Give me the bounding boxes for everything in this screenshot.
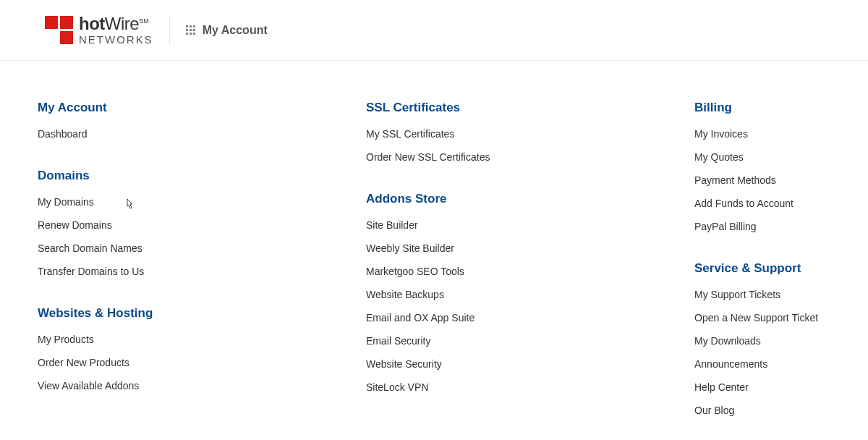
column-3: Billing My Invoices My Quotes Payment Me… xyxy=(694,101,839,440)
link-my-domains[interactable]: My Domains xyxy=(38,196,352,208)
link-my-invoices[interactable]: My Invoices xyxy=(694,128,839,140)
apps-grid-icon xyxy=(186,25,195,35)
section-ssl: SSL Certificates My SSL Certificates Ord… xyxy=(366,101,680,163)
link-my-downloads[interactable]: My Downloads xyxy=(694,335,839,347)
nav-label: My Account xyxy=(203,24,268,37)
link-open-support-ticket[interactable]: Open a New Support Ticket xyxy=(694,312,839,323)
link-view-addons[interactable]: View Available Addons xyxy=(38,380,352,392)
section-addons-store: Addons Store Site Builder Weebly Site Bu… xyxy=(366,192,680,393)
link-my-quotes[interactable]: My Quotes xyxy=(694,151,839,163)
link-my-products[interactable]: My Products xyxy=(38,334,352,345)
link-marketgoo-seo[interactable]: Marketgoo SEO Tools xyxy=(366,266,680,277)
section-title-ssl: SSL Certificates xyxy=(366,101,680,115)
link-order-new-products[interactable]: Order New Products xyxy=(38,357,352,368)
link-search-domain-names[interactable]: Search Domain Names xyxy=(38,242,352,254)
link-sitelock-vpn[interactable]: SiteLock VPN xyxy=(366,381,680,393)
link-transfer-domains[interactable]: Transfer Domains to Us xyxy=(38,266,352,277)
link-payment-methods[interactable]: Payment Methods xyxy=(694,174,839,186)
link-site-builder[interactable]: Site Builder xyxy=(366,219,680,231)
logo-icon xyxy=(45,16,73,44)
link-email-ox[interactable]: Email and OX App Suite xyxy=(366,312,680,323)
section-title-support: Service & Support xyxy=(694,261,839,276)
link-weebly-site-builder[interactable]: Weebly Site Builder xyxy=(366,242,680,254)
logo[interactable]: hotWireSM NETWORKS xyxy=(45,15,153,45)
header-divider xyxy=(169,16,170,45)
section-title-my-account: My Account xyxy=(38,101,352,115)
section-domains: Domains My Domains Renew Domains Search … xyxy=(38,169,352,277)
link-email-security[interactable]: Email Security xyxy=(366,335,680,347)
link-my-ssl-certificates[interactable]: My SSL Certificates xyxy=(366,128,680,140)
nav-my-account[interactable]: My Account xyxy=(186,24,268,37)
content: My Account Dashboard Domains My Domains … xyxy=(0,61,868,440)
link-help-center[interactable]: Help Center xyxy=(694,381,839,393)
link-order-ssl-certificates[interactable]: Order New SSL Certificates xyxy=(366,151,680,163)
section-my-account: My Account Dashboard xyxy=(38,101,352,140)
link-website-security[interactable]: Website Security xyxy=(366,358,680,370)
cursor-pointer-icon xyxy=(123,198,137,216)
link-my-support-tickets[interactable]: My Support Tickets xyxy=(694,289,839,300)
link-renew-domains[interactable]: Renew Domains xyxy=(38,219,352,231)
section-title-hosting: Websites & Hosting xyxy=(38,306,352,321)
link-our-blog[interactable]: Our Blog xyxy=(694,405,839,416)
section-billing: Billing My Invoices My Quotes Payment Me… xyxy=(694,101,839,232)
link-add-funds[interactable]: Add Funds to Account xyxy=(694,198,839,209)
link-announcements[interactable]: Announcements xyxy=(694,358,839,370)
link-dashboard[interactable]: Dashboard xyxy=(38,128,352,140)
column-2: SSL Certificates My SSL Certificates Ord… xyxy=(366,101,680,440)
column-1: My Account Dashboard Domains My Domains … xyxy=(38,101,352,440)
section-websites-hosting: Websites & Hosting My Products Order New… xyxy=(38,306,352,392)
logo-text: hotWireSM NETWORKS xyxy=(79,15,153,45)
header: hotWireSM NETWORKS My Account xyxy=(0,0,868,61)
section-title-billing: Billing xyxy=(694,101,839,115)
link-website-backups[interactable]: Website Backups xyxy=(366,289,680,300)
section-title-addons: Addons Store xyxy=(366,192,680,206)
section-title-domains: Domains xyxy=(38,169,352,183)
link-paypal-billing[interactable]: PayPal Billing xyxy=(694,221,839,232)
section-service-support: Service & Support My Support Tickets Ope… xyxy=(694,261,839,416)
